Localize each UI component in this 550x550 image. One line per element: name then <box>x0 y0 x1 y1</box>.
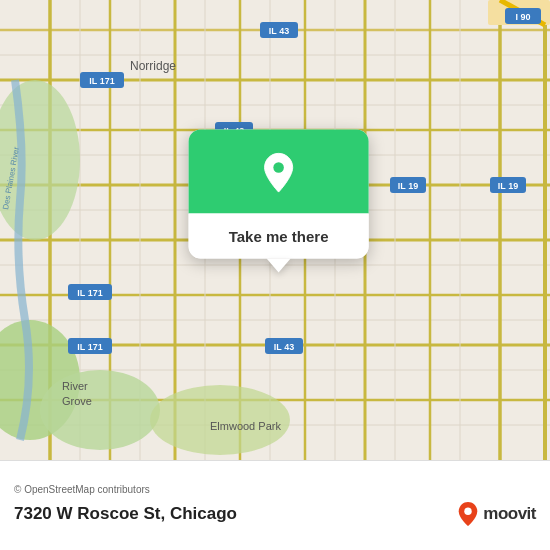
osm-credit: © OpenStreetMap contributors <box>14 484 536 495</box>
popup-caret <box>267 259 291 273</box>
svg-text:IL 43: IL 43 <box>269 26 289 36</box>
svg-text:IL 19: IL 19 <box>498 181 518 191</box>
moovit-text: moovit <box>483 504 536 524</box>
svg-point-64 <box>273 162 284 173</box>
take-me-there-button[interactable]: Take me there <box>189 214 369 259</box>
bottom-bar: © OpenStreetMap contributors 7320 W Rosc… <box>0 460 550 550</box>
svg-point-37 <box>40 370 160 450</box>
popup-card: Take me there <box>189 130 369 259</box>
address-text: 7320 W Roscoe St, Chicago <box>14 504 237 524</box>
svg-text:IL 19: IL 19 <box>398 181 418 191</box>
svg-text:River: River <box>62 380 88 392</box>
map-container: IL 171 IL 43 IL 43 IL 19 IL 19 IL 43 IL … <box>0 0 550 460</box>
svg-text:IL 43: IL 43 <box>274 342 294 352</box>
svg-text:I 90: I 90 <box>515 12 530 22</box>
svg-text:Grove: Grove <box>62 395 92 407</box>
svg-text:IL 171: IL 171 <box>77 342 102 352</box>
map-pin-icon <box>257 152 301 196</box>
svg-text:Norridge: Norridge <box>130 59 176 73</box>
moovit-logo: moovit <box>457 501 536 527</box>
svg-text:IL 171: IL 171 <box>77 288 102 298</box>
svg-point-65 <box>465 508 472 515</box>
moovit-pin-icon <box>457 501 479 527</box>
svg-text:Elmwood Park: Elmwood Park <box>210 420 281 432</box>
svg-text:IL 171: IL 171 <box>89 76 114 86</box>
popup-green-area <box>189 130 369 214</box>
address-row: 7320 W Roscoe St, Chicago moovit <box>14 501 536 527</box>
